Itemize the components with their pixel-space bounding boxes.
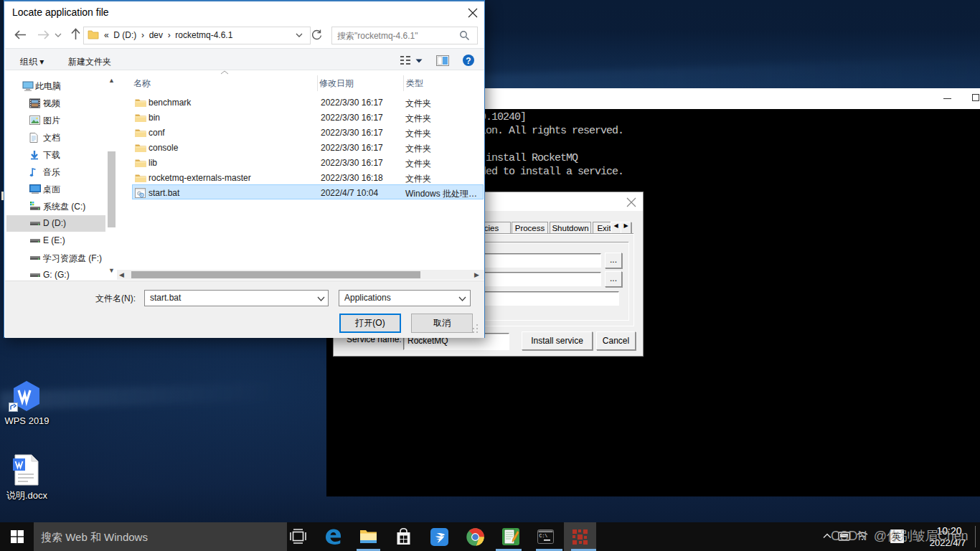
svg-text:?: ? — [466, 56, 471, 66]
svg-text:C:\: C:\ — [540, 534, 548, 539]
